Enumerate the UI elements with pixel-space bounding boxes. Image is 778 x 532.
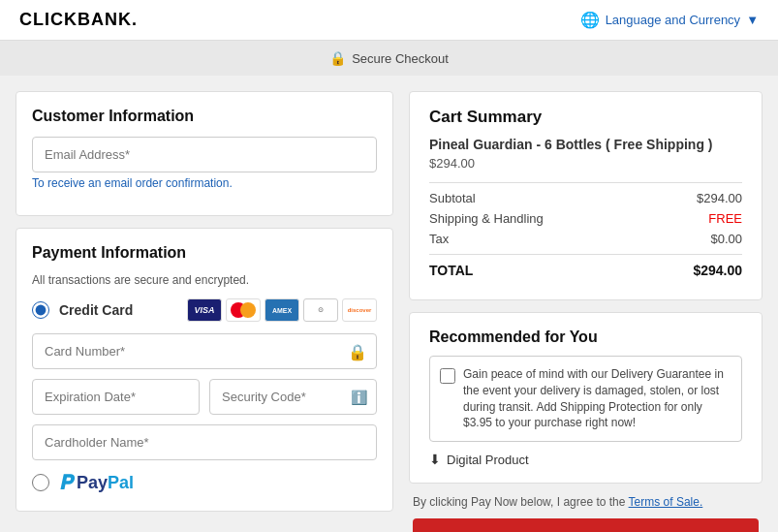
product-name: Pineal Guardian - 6 Bottles ( Free Shipp…: [429, 137, 742, 152]
paypal-text: PayPal: [77, 473, 134, 493]
card-number-input[interactable]: [32, 333, 377, 369]
shipping-label: Shipping & Handling: [429, 211, 544, 226]
pay-now-button[interactable]: Pay Now: [413, 518, 759, 532]
card-number-group: 🔒: [32, 333, 377, 369]
email-field[interactable]: [32, 137, 377, 172]
chevron-down-icon: ▼: [746, 13, 759, 27]
subtotal-row: Subtotal $294.00: [429, 191, 742, 205]
terms-text-row: By clicking Pay Now below, I agree to th…: [413, 495, 759, 509]
secure-checkout-label: Secure Checkout: [352, 51, 449, 66]
main-content: Customer Information To receive an email…: [0, 76, 778, 532]
delivery-guarantee-box: Gain peace of mind with our Delivery Gua…: [429, 356, 742, 442]
total-row: TOTAL $294.00: [429, 263, 742, 278]
cart-title: Cart Summary: [429, 108, 742, 127]
download-icon: ⬇: [429, 452, 441, 467]
email-group: To receive an email order confirmation.: [32, 137, 377, 190]
cart-summary-card: Cart Summary Pineal Guardian - 6 Bottles…: [409, 91, 762, 300]
secure-checkout-bar: 🔒 Secure Checkout: [0, 41, 778, 76]
delivery-guarantee-checkbox[interactable]: [440, 368, 455, 384]
terms-link[interactable]: Terms of Sale.: [629, 495, 703, 509]
discover-icon: discover: [342, 298, 377, 322]
exp-security-row: ℹ️: [32, 379, 377, 424]
digital-product-label: Digital Product: [447, 453, 529, 467]
shipping-value: FREE: [708, 211, 742, 226]
shipping-row: Shipping & Handling FREE: [429, 211, 742, 226]
language-currency-label: Language and Currency: [606, 13, 741, 27]
tax-value: $0.00: [710, 232, 742, 246]
tax-row: Tax $0.00: [429, 232, 742, 246]
product-price: $294.00: [429, 156, 742, 171]
amex-icon: AMEX: [265, 298, 299, 322]
tax-label: Tax: [429, 232, 449, 246]
cardholder-name-input[interactable]: [32, 424, 377, 460]
payment-info-title: Payment Information: [32, 244, 377, 262]
right-column: Cart Summary Pineal Guardian - 6 Bottles…: [409, 91, 762, 532]
language-currency-button[interactable]: 🌐 Language and Currency ▼: [580, 11, 759, 29]
card-icons: VISA AMEX ⊙ discover: [187, 298, 377, 322]
terms-prefix: By clicking Pay Now below, I agree to th…: [413, 495, 625, 509]
payment-subtitle: All transactions are secure and encrypte…: [32, 273, 377, 287]
credit-card-option: Credit Card VISA AMEX ⊙ discover: [32, 298, 377, 322]
credit-card-radio[interactable]: [32, 301, 49, 319]
paypal-radio[interactable]: [32, 474, 49, 491]
digital-product-row: ⬇ Digital Product: [429, 452, 742, 467]
logo: CLICKBANK.: [19, 10, 138, 30]
diners-icon: ⊙: [303, 298, 338, 322]
header: CLICKBANK. 🌐 Language and Currency ▼: [0, 0, 778, 41]
mastercard-icon: [226, 298, 261, 322]
recommended-card: Recommended for You Gain peace of mind w…: [409, 312, 762, 484]
cardholder-name-group: [32, 424, 377, 460]
paypal-option: 𝙋 PayPal: [32, 470, 377, 495]
left-column: Customer Information To receive an email…: [16, 91, 393, 532]
customer-info-title: Customer Information: [32, 108, 377, 125]
credit-card-label: Credit Card: [59, 302, 133, 318]
card-number-wrapper: 🔒: [32, 333, 377, 369]
lock-card-icon: 🔒: [348, 342, 367, 360]
total-label: TOTAL: [429, 263, 473, 278]
visa-icon: VISA: [187, 298, 222, 322]
recommended-title: Recommended for You: [429, 329, 742, 346]
globe-icon: 🌐: [580, 11, 600, 29]
lock-icon: 🔒: [329, 50, 346, 66]
customer-info-card: Customer Information To receive an email…: [16, 91, 393, 216]
expiration-group: [32, 379, 200, 415]
subtotal-value: $294.00: [697, 191, 742, 205]
email-hint: To receive an email order confirmation.: [32, 176, 377, 190]
security-code-group: ℹ️: [209, 379, 377, 415]
security-code-wrapper: ℹ️: [209, 379, 377, 415]
subtotal-label: Subtotal: [429, 191, 476, 205]
paypal-icon: 𝙋: [59, 470, 73, 495]
payment-info-card: Payment Information All transactions are…: [16, 228, 393, 512]
checkout-footer: By clicking Pay Now below, I agree to th…: [409, 495, 762, 532]
expiration-input[interactable]: [32, 379, 200, 415]
info-icon: ℹ️: [351, 390, 367, 405]
paypal-logo: 𝙋 PayPal: [59, 470, 134, 495]
rec-text: Gain peace of mind with our Delivery Gua…: [463, 366, 731, 431]
rec-inner: Gain peace of mind with our Delivery Gua…: [440, 366, 731, 431]
total-value: $294.00: [693, 263, 742, 278]
